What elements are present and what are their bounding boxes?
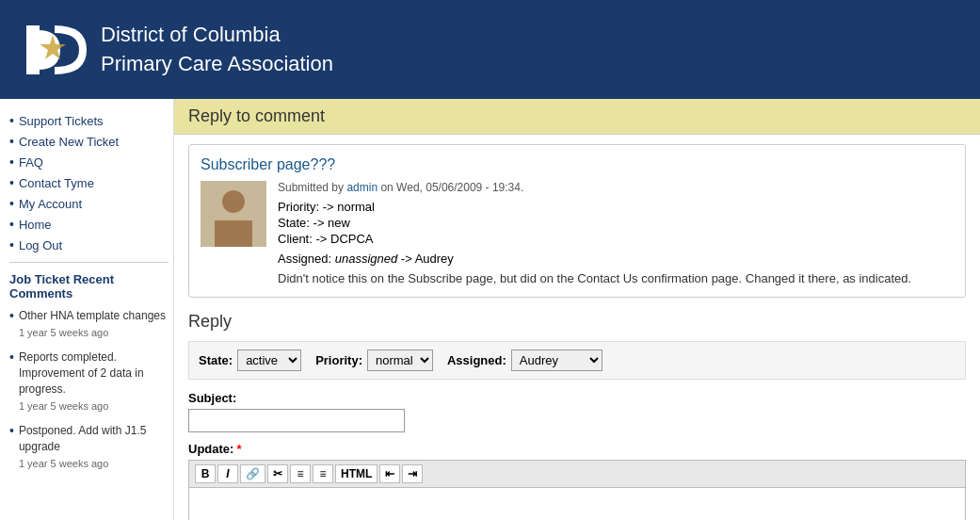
ticket-state: State: -> new <box>278 216 954 230</box>
logo-emblem <box>19 16 87 84</box>
sidebar-nav-link[interactable]: Contact Tyme <box>19 176 94 190</box>
sidebar-nav-item: Log Out <box>9 237 173 252</box>
submitted-date: on Wed, 05/06/2009 - 19:34. <box>380 181 523 194</box>
comment-text: Postponed. Add with J1.5 upgrade1 year 5… <box>19 423 173 471</box>
state-label: State: <box>199 353 233 367</box>
ticket-client: Client: -> DCPCA <box>278 232 954 246</box>
ticket-body: Submitted by admin on Wed, 05/06/2009 - … <box>201 181 954 285</box>
comment-text: Reports completed. Improvement of 2 data… <box>19 349 173 414</box>
main-content: Subscriber page??? Submitted b <box>174 135 980 520</box>
sidebar-nav-link[interactable]: FAQ <box>19 155 43 170</box>
ticket-meta: Submitted by admin on Wed, 05/06/2009 - … <box>278 181 954 285</box>
priority-select[interactable]: normalhighlow <box>367 349 433 371</box>
comment-time: 1 year 5 weeks ago <box>19 457 173 471</box>
sidebar-nav-item: Contact Tyme <box>9 175 173 190</box>
layout: Support TicketsCreate New TicketFAQConta… <box>0 99 980 520</box>
update-label: Update: * <box>188 442 966 456</box>
sidebar-nav-item: My Account <box>9 196 173 211</box>
comment-time: 1 year 5 weeks ago <box>19 399 173 414</box>
editor-area[interactable] <box>188 487 966 520</box>
reply-heading: Reply <box>188 312 966 332</box>
svg-rect-2 <box>26 25 40 74</box>
comment-text: Other HNA template changes1 year 5 weeks… <box>19 308 166 340</box>
html-btn[interactable]: HTML <box>335 464 378 483</box>
priority-label: Priority: <box>315 353 362 367</box>
state-select[interactable]: activenewclosed <box>237 349 301 371</box>
page-title: Reply to comment <box>174 99 980 135</box>
ticket-avatar <box>201 181 266 247</box>
sidebar-nav-item: FAQ <box>9 154 173 170</box>
assigned-select[interactable]: Audreyadminunassigned <box>511 349 602 371</box>
ticket-assigned: Assigned: unassigned -> Audrey <box>278 252 954 266</box>
sidebar-nav: Support TicketsCreate New TicketFAQConta… <box>9 113 173 252</box>
sidebar-comments: Other HNA template changes1 year 5 weeks… <box>9 308 173 471</box>
ticket-submitted: Submitted by admin on Wed, 05/06/2009 - … <box>278 181 954 194</box>
sidebar-nav-item: Support Tickets <box>9 113 173 128</box>
sidebar-nav-list: Support TicketsCreate New TicketFAQConta… <box>9 113 173 252</box>
sidebar-comment-item: Other HNA template changes1 year 5 weeks… <box>9 308 173 340</box>
unlink-btn[interactable]: ✂ <box>267 464 288 483</box>
subject-label: Subject: <box>188 391 966 405</box>
ticket-box: Subscriber page??? Submitted b <box>188 144 966 298</box>
recent-comments-title: Job Ticket Recent Comments <box>9 272 173 301</box>
sidebar-nav-link[interactable]: My Account <box>19 197 82 211</box>
sidebar-comment-item: Postponed. Add with J1.5 upgrade1 year 5… <box>9 423 173 471</box>
subject-input[interactable] <box>188 409 405 432</box>
svg-rect-7 <box>215 220 252 247</box>
logo-box: District of Columbia Primary Care Associ… <box>19 16 333 84</box>
comment-time: 1 year 5 weeks ago <box>19 326 166 340</box>
update-row: Update: * BI🔗✂≡≡HTML⇤⇥ <box>188 442 966 520</box>
ticket-title: Subscriber page??? <box>201 156 954 173</box>
priority-field-group: Priority: normalhighlow <box>315 349 433 371</box>
indent-btn[interactable]: ⇥ <box>402 464 423 483</box>
link-btn[interactable]: 🔗 <box>240 464 265 483</box>
state-field-group: State: activenewclosed <box>199 349 301 371</box>
sidebar-nav-item: Create New Ticket <box>9 134 173 149</box>
reply-fields-row: State: activenewclosed Priority: normalh… <box>188 341 966 380</box>
subject-row: Subject: <box>188 391 966 432</box>
ticket-fields: Priority: -> normal State: -> new Client… <box>278 200 954 246</box>
svg-point-5 <box>222 190 245 213</box>
ticket-description: Didn't notice this on the Subscribe page… <box>278 271 954 285</box>
org-name-line2: Primary Care Association <box>101 50 333 79</box>
assigned-label: Assigned: <box>447 353 506 367</box>
bold-btn[interactable]: B <box>195 464 216 483</box>
ol-btn[interactable]: ≡ <box>313 464 333 483</box>
ul-btn[interactable]: ≡ <box>290 464 311 483</box>
ticket-priority: Priority: -> normal <box>278 200 954 214</box>
sidebar-nav-item: Home <box>9 217 173 232</box>
org-name-line1: District of Columbia <box>101 21 333 50</box>
sidebar-nav-link[interactable]: Home <box>19 218 52 232</box>
sidebar-nav-link[interactable]: Support Tickets <box>19 114 104 128</box>
toolbar: BI🔗✂≡≡HTML⇤⇥ <box>188 460 966 487</box>
main-content-area: Reply to comment Subscriber page??? <box>174 99 980 520</box>
reply-section: Reply State: activenewclosed Priority: n… <box>188 312 966 520</box>
sidebar-divider <box>9 262 169 263</box>
logo-text: District of Columbia Primary Care Associ… <box>101 21 333 79</box>
italic-btn[interactable]: I <box>217 464 238 483</box>
required-star: * <box>236 442 241 456</box>
sidebar-nav-link[interactable]: Create New Ticket <box>19 135 119 149</box>
submitted-by-link[interactable]: admin <box>346 181 378 194</box>
assigned-field-group: Assigned: Audreyadminunassigned <box>447 349 602 371</box>
sidebar-nav-link[interactable]: Log Out <box>19 238 62 252</box>
sidebar-comment-item: Reports completed. Improvement of 2 data… <box>9 349 173 414</box>
outdent-btn[interactable]: ⇤ <box>379 464 400 483</box>
sidebar: Support TicketsCreate New TicketFAQConta… <box>0 99 174 520</box>
header: District of Columbia Primary Care Associ… <box>0 0 980 99</box>
